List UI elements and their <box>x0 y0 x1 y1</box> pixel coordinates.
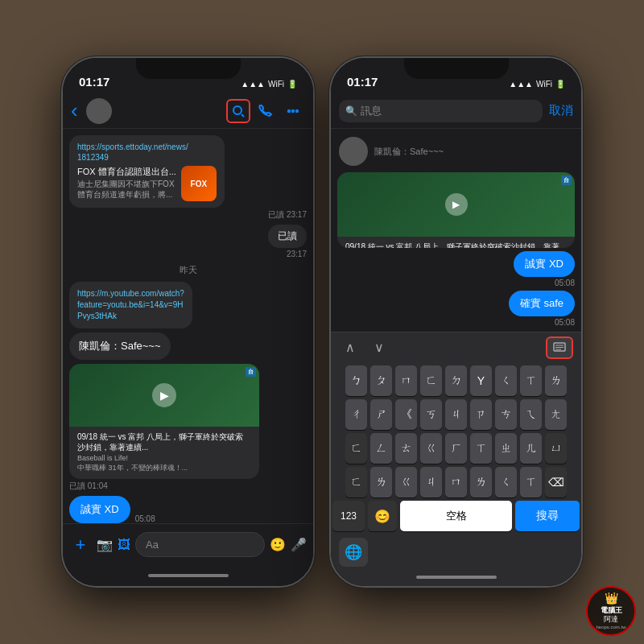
key[interactable]: ㄈ <box>345 467 367 497</box>
key[interactable]: ㄤ <box>545 399 567 430</box>
list-item: 誠實 XD 05:08 <box>69 496 307 523</box>
input-bar-left: + 📷 🖼 Aa 🙂 🎤 <box>63 523 313 565</box>
next-result-button[interactable]: ∨ <box>368 336 390 359</box>
key[interactable]: ㄦ <box>520 433 542 464</box>
num-switch-key[interactable]: 123 <box>332 501 365 531</box>
key[interactable]: ㄏ <box>445 433 467 464</box>
result-video-title: 09/18 統一 vs 富邦 八局上，獅子軍終於突破索沙封鎖，靠著連續... <box>345 242 567 248</box>
add-button[interactable]: + <box>69 535 92 555</box>
msg-time: 23:17 <box>287 250 307 258</box>
result-tv-logo: 台 <box>561 175 572 185</box>
search-results-area: 陳凱倫：Safe~~~ ▶ 台 09/18 統一 vs 富邦 八局上，獅子軍終於… <box>331 129 581 332</box>
play-button[interactable]: ▶ <box>152 383 176 407</box>
notch-right <box>404 58 509 79</box>
key[interactable]: ㄑ <box>495 467 517 497</box>
message-bubble-outgoing[interactable]: 已讀 <box>268 225 307 248</box>
key[interactable]: ㄕ <box>370 399 392 430</box>
contact-avatar <box>86 98 112 124</box>
keyboard-zhuyin: ㄅ ㄆ ㄇ ㄈ ㄉ Y ㄑ ㄒ ㄌ ㄔ ㄕ 《 <box>331 362 581 536</box>
key[interactable]: ㄌ <box>370 467 392 497</box>
key[interactable]: ㄌ <box>545 365 567 396</box>
message-bubble-outgoing2[interactable]: 誠實 XD <box>69 496 130 523</box>
emoji-button[interactable]: 🙂 <box>270 537 286 552</box>
result-bubble2[interactable]: 確實 safe <box>509 291 575 316</box>
prev-result-button[interactable]: ∧ <box>339 336 361 359</box>
chat-area-left: https://sports.ettoday.net/news/1812349 … <box>63 129 313 523</box>
photo-button[interactable]: 🖼 <box>118 538 130 552</box>
search-input-container[interactable]: 🔍 訊息 <box>339 100 543 122</box>
cancel-button[interactable]: 取消 <box>549 103 573 118</box>
search-key[interactable]: 搜尋 <box>515 501 580 531</box>
mic-button[interactable]: 🎤 <box>291 537 307 552</box>
key[interactable]: ㄈ <box>345 433 367 464</box>
key[interactable]: ㄍ <box>395 467 417 497</box>
result-bubble1[interactable]: 誠實 XD <box>514 251 575 277</box>
status-time-right: 01:17 <box>347 75 378 89</box>
video-title: 09/18 統一 vs 富邦 八局上，獅子軍終於突破索沙封鎖，靠著連續... <box>77 431 251 452</box>
list-item: 陳凱倫：Safe~~~ <box>69 332 307 360</box>
key[interactable]: ㄒ <box>470 433 492 464</box>
key[interactable]: ㄗ <box>470 399 492 430</box>
home-indicator-right <box>416 576 497 579</box>
svg-point-4 <box>296 109 298 111</box>
message-bubble-incoming[interactable]: 陳凱倫：Safe~~~ <box>69 332 171 360</box>
key[interactable]: ㄊ <box>395 433 417 464</box>
list-item: https://sports.ettoday.net/news/1812349 … <box>69 135 307 221</box>
key[interactable]: ㄍ <box>420 433 442 464</box>
key[interactable]: ㄘ <box>495 399 517 430</box>
message-bubble-link[interactable]: https://sports.ettoday.net/news/1812349 … <box>69 135 225 208</box>
keyboard-expand-button[interactable] <box>546 336 573 359</box>
msg-time: 05:08 <box>135 514 155 523</box>
list-item: 確實 safe 05:08 <box>337 291 575 327</box>
key[interactable]: ㄇ <box>395 365 417 396</box>
globe-button[interactable]: 🌐 <box>339 538 368 567</box>
key[interactable]: ㄒ <box>520 365 542 396</box>
key[interactable]: ㄥ <box>370 433 392 464</box>
back-button-left[interactable]: ‹ <box>71 98 83 123</box>
tv-logo: 台 <box>246 367 256 377</box>
msg-time: 已讀 01:04 <box>69 481 108 492</box>
key[interactable]: ㄒ <box>520 467 542 497</box>
key[interactable]: ㄓ <box>495 433 517 464</box>
phone-left-inner: 01:17 ▲▲▲ WiFi 🔋 ‹ <box>63 58 313 586</box>
search-bar-right: 🔍 訊息 取消 <box>331 93 581 129</box>
key[interactable]: ㄔ <box>345 399 367 430</box>
result-video-info: 09/18 統一 vs 富邦 八局上，獅子軍終於突破索沙封鎖，靠著連續... B… <box>337 237 575 248</box>
list-item[interactable]: https://m.youtube.com/watch?feature=yout… <box>69 282 192 328</box>
emoji-key[interactable]: 😊 <box>368 501 397 531</box>
key[interactable]: ㄉ <box>445 365 467 396</box>
keyboard-nav-row: ∧ ∨ <box>331 332 581 362</box>
key[interactable]: ㄑ <box>495 365 517 396</box>
key[interactable]: Y <box>470 365 492 396</box>
key[interactable]: ㄈ <box>420 365 442 396</box>
camera-button[interactable]: 📷 <box>97 537 113 552</box>
key[interactable]: ㄆ <box>370 365 392 396</box>
key[interactable]: ㄌ <box>470 467 492 497</box>
video-bubble[interactable]: ▶ 台 09/18 統一 vs 富邦 八局上，獅子軍終於突破索沙封鎖，靠著連續.… <box>69 364 259 479</box>
delete-key[interactable]: ⌫ <box>545 467 567 497</box>
result-play-btn[interactable]: ▶ <box>445 193 468 216</box>
list-item: ▶ 台 09/18 統一 vs 富邦 八局上，獅子軍終於突破索沙封鎖，靠著連續.… <box>69 364 307 492</box>
notch-left <box>136 58 241 79</box>
svg-point-3 <box>292 109 294 111</box>
message-input[interactable]: Aa <box>135 532 265 557</box>
keyboard-row-1: ㄅ ㄆ ㄇ ㄈ ㄉ Y ㄑ ㄒ ㄌ <box>332 365 580 396</box>
key[interactable]: ㄅ <box>345 365 367 396</box>
key[interactable]: ㄟ <box>520 399 542 430</box>
search-placeholder: 訊息 <box>361 104 382 118</box>
key[interactable]: ㄇ <box>445 467 467 497</box>
key[interactable]: 《 <box>395 399 417 430</box>
list-item[interactable]: ▶ 台 09/18 統一 vs 富邦 八局上，獅子軍終於突破索沙封鎖，靠著連續.… <box>337 172 575 248</box>
space-key[interactable]: 空格 <box>400 501 512 531</box>
key[interactable]: ㄩ <box>545 433 567 464</box>
link-title: FOX 體育台認賠退出台... <box>77 166 176 177</box>
phone-button[interactable] <box>254 99 278 123</box>
svg-point-0 <box>233 106 242 114</box>
key[interactable]: ㄐ <box>420 467 442 497</box>
msg-time: 已讀 23:17 <box>268 209 307 221</box>
key[interactable]: ㄎ <box>420 399 442 430</box>
menu-button[interactable] <box>281 99 305 123</box>
key[interactable]: ㄐ <box>445 399 467 430</box>
search-button[interactable] <box>226 99 250 123</box>
video-subtitle: Baseball is Life!中華職棒 31年，不變的棒球魂！... <box>77 454 251 473</box>
